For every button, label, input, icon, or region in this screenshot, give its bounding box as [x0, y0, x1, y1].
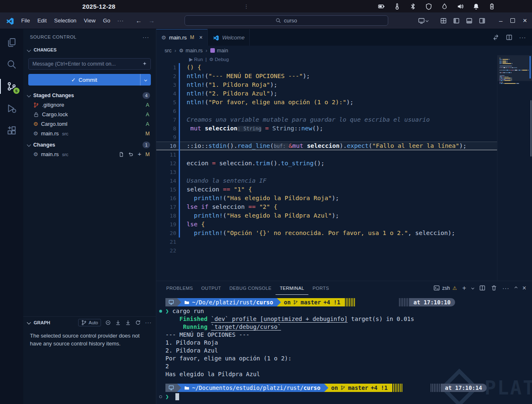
- activity-extensions[interactable]: [0, 121, 23, 140]
- open-file-icon[interactable]: [118, 152, 124, 157]
- code-line-1[interactable]: 1() {: [156, 63, 497, 72]
- menu-go[interactable]: Go: [99, 16, 114, 25]
- volume-icon[interactable]: [457, 3, 464, 10]
- compare-changes-icon[interactable]: [493, 34, 499, 41]
- code-line-21[interactable]: 21: [156, 238, 497, 246]
- terminal-instance-item[interactable]: zsh ⚠: [433, 285, 457, 291]
- battery-icon[interactable]: [378, 3, 385, 10]
- scm-file-Cargo.toml[interactable]: ⚙Cargo.tomlA: [23, 119, 156, 129]
- close-panel-button[interactable]: ×: [522, 285, 526, 291]
- terminal-dropdown-icon[interactable]: [471, 286, 474, 289]
- code-line-4[interactable]: 4ntln!("2. Píldora Azul");: [156, 89, 497, 98]
- new-terminal-button[interactable]: +: [462, 285, 466, 291]
- breadcrumb-main-rs[interactable]: ⚙main.rs: [179, 48, 203, 54]
- commit-dropdown-button[interactable]: [140, 74, 151, 86]
- code-line-18[interactable]: 18 println!("Has elegido la Píldpra Azul…: [156, 211, 497, 220]
- code-line-20[interactable]: 20 println!("Opción '{}' no reconocida. …: [156, 229, 497, 238]
- graph-auto-toggle[interactable]: Auto: [78, 319, 101, 326]
- code-line-15[interactable]: 15seleccion == "1" {: [156, 185, 497, 194]
- debug-lens-button[interactable]: ⚙ Debug: [209, 56, 229, 62]
- code-line-9[interactable]: 9: [156, 133, 497, 142]
- menu-view[interactable]: View: [80, 16, 99, 25]
- menu-file[interactable]: File: [17, 16, 34, 25]
- toggle-sidebar-right-icon[interactable]: [479, 17, 485, 24]
- code-line-3[interactable]: 3ntln!("1. Píldora Roja");: [156, 81, 497, 89]
- scm-file-main.rs[interactable]: ⚙main.rssrcM: [23, 129, 156, 138]
- menu-more-button[interactable]: ···: [114, 16, 127, 25]
- command-center-search[interactable]: curso: [185, 15, 388, 26]
- scm-file-.gitignore[interactable]: .gitignoreA: [23, 100, 156, 110]
- code-line-16[interactable]: 16 println!("Has elegido la Píldora Roja…: [156, 194, 497, 203]
- close-button[interactable]: ×: [523, 17, 527, 25]
- water-drop-icon[interactable]: [441, 3, 448, 10]
- stage-changes-icon[interactable]: +: [138, 151, 141, 157]
- run-lens-button[interactable]: ▶ Run: [189, 56, 203, 62]
- code-line-7[interactable]: 7Creamos una variable mutable para guard…: [156, 115, 497, 124]
- code-line-11[interactable]: 11: [156, 150, 497, 159]
- fetch-icon[interactable]: [125, 320, 131, 326]
- code-line-12[interactable]: 12eccion = seleccion.trim().to_string();: [156, 159, 497, 168]
- thermometer-icon[interactable]: [394, 3, 401, 10]
- minimize-button[interactable]: –: [499, 17, 502, 24]
- split-terminal-icon[interactable]: [479, 285, 485, 291]
- refresh-icon[interactable]: [135, 320, 141, 326]
- scm-file-Cargo.lock[interactable]: Cargo.lockA: [23, 110, 156, 119]
- panel-tab-ports[interactable]: PORTS: [308, 281, 333, 295]
- commit-button[interactable]: ✓ Commit: [28, 74, 151, 86]
- editor-more-button[interactable]: ···: [519, 34, 526, 41]
- battery-alt-icon[interactable]: [488, 3, 495, 10]
- code-line-5[interactable]: 5ntln!("Por favor, elige una opción (1 o…: [156, 98, 497, 107]
- bluetooth-icon[interactable]: [409, 3, 416, 10]
- tab-main-rs[interactable]: ⚙main.rsM×: [156, 29, 208, 46]
- sparkle-icon[interactable]: [142, 61, 148, 67]
- panel-tab-output[interactable]: OUTPUT: [197, 281, 225, 295]
- forward-button[interactable]: →: [148, 17, 155, 24]
- more-actions-button[interactable]: ···: [143, 34, 149, 40]
- back-button[interactable]: ←: [135, 17, 142, 24]
- code-line-2[interactable]: 2ntln!("--- MENÚ DE OPCIONES ---");: [156, 72, 497, 81]
- code-line-13[interactable]: 13: [156, 168, 497, 176]
- changes-section-header[interactable]: CHANGES: [23, 45, 156, 55]
- graph-more-button[interactable]: ···: [145, 319, 152, 326]
- tab-welcome[interactable]: Welcome: [208, 29, 250, 46]
- changes-header[interactable]: Changes 1: [23, 140, 156, 149]
- discard-changes-icon[interactable]: [128, 152, 134, 157]
- code-line-22[interactable]: 22: [156, 246, 497, 255]
- command-decoration-icon[interactable]: [159, 310, 162, 313]
- code-line-19[interactable]: 19lse {: [156, 220, 497, 229]
- breadcrumb-main[interactable]: main: [210, 48, 228, 54]
- close-tab-icon[interactable]: ×: [199, 34, 202, 41]
- toggle-panel-icon[interactable]: [466, 17, 473, 24]
- commit-message-input[interactable]: [28, 58, 151, 70]
- graph-section-header[interactable]: GRAPH Auto ···: [23, 317, 156, 328]
- target-icon[interactable]: [105, 320, 111, 326]
- commit-button-main[interactable]: ✓ Commit: [28, 74, 140, 86]
- terminal-view[interactable]: PLATZI ~/Do/e/platzi/rust/cursoonmaster+…: [156, 295, 532, 404]
- menu-selection[interactable]: Selection: [50, 16, 80, 25]
- split-editor-icon[interactable]: [506, 34, 512, 41]
- code-line-6[interactable]: 6: [156, 107, 497, 115]
- breadcrumb-src[interactable]: src: [165, 48, 172, 54]
- scm-file-main.rs[interactable]: ⚙main.rssrc+M: [23, 149, 156, 159]
- editor-scrollbar[interactable]: [530, 100, 532, 157]
- maximize-button[interactable]: [510, 18, 515, 23]
- staged-changes-header[interactable]: Staged Changes 4: [23, 91, 156, 100]
- menu-edit[interactable]: Edit: [34, 16, 50, 25]
- activity-run-debug[interactable]: [0, 99, 23, 118]
- activity-explorer[interactable]: [0, 33, 23, 51]
- kill-terminal-icon[interactable]: [491, 285, 497, 291]
- activity-search[interactable]: [0, 55, 23, 73]
- minimap[interactable]: [497, 55, 532, 281]
- panel-tab-problems[interactable]: PROBLEMS: [162, 281, 197, 295]
- command-decoration-icon[interactable]: [159, 395, 162, 398]
- maximize-panel-icon[interactable]: [515, 286, 517, 289]
- activity-source-control[interactable]: 5: [0, 77, 23, 95]
- pull-icon[interactable]: [115, 320, 121, 326]
- panel-tab-terminal[interactable]: TERMINAL: [276, 281, 308, 295]
- open-remote-button[interactable]: [418, 17, 428, 24]
- code-line-10[interactable]: 10::io::stdin().read_line(buf: &mut sele…: [156, 142, 497, 150]
- notifications-icon[interactable]: [473, 3, 480, 10]
- code-line-14[interactable]: 14Usando la sentencia IF: [156, 176, 497, 185]
- panel-more-button[interactable]: ···: [502, 285, 510, 291]
- code-line-17[interactable]: 17lse if seleccion == "2" {: [156, 203, 497, 211]
